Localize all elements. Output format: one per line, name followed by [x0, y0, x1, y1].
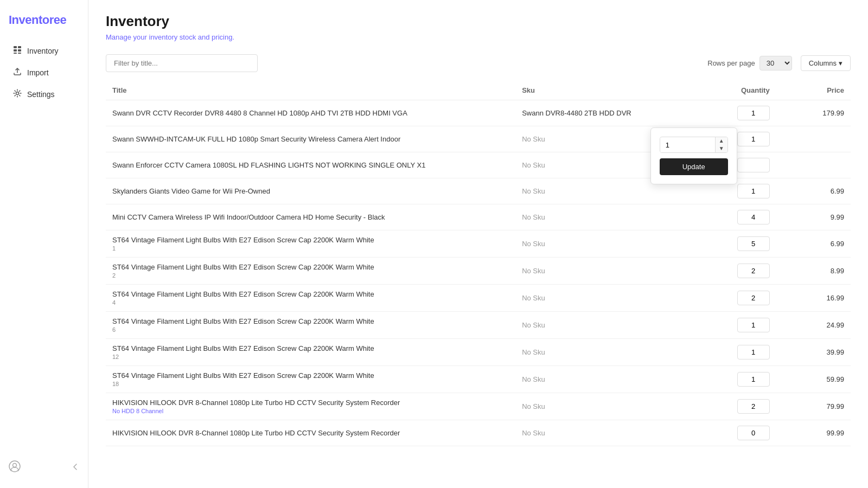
- cell-title: Mini CCTV Camera Wireless IP Wifi Indoor…: [106, 204, 515, 230]
- price-value: 24.99: [826, 321, 844, 329]
- cell-title: ST64 Vintage Filament Light Bulbs With E…: [106, 258, 515, 285]
- cell-title: ST64 Vintage Filament Light Bulbs With E…: [106, 312, 515, 339]
- table-row: HIKVISION HILOOK DVR 8-Channel 1080p Lit…: [106, 393, 851, 420]
- cell-price: 24.99: [776, 312, 851, 339]
- price-value: 9.99: [831, 213, 844, 221]
- item-title: ST64 Vintage Filament Light Bulbs With E…: [112, 290, 509, 298]
- quantity-input[interactable]: [737, 318, 770, 332]
- svg-rect-2: [14, 49, 17, 52]
- cell-quantity: [701, 285, 776, 312]
- cell-price: 6.99: [776, 230, 851, 258]
- sidebar-bottom: [0, 456, 88, 479]
- cell-title: HIKVISION HILOOK DVR 8-Channel 1080p Lit…: [106, 393, 515, 420]
- quantity-input[interactable]: [737, 158, 770, 172]
- item-title: HIKVISION HILOOK DVR 8-Channel 1080p Lit…: [112, 429, 509, 437]
- columns-button[interactable]: Columns ▾: [801, 55, 851, 71]
- cell-quantity: [701, 366, 776, 393]
- item-sub: 12: [112, 354, 509, 360]
- cell-price: 9.99: [776, 204, 851, 230]
- cell-price: [776, 152, 851, 178]
- popup-quantity-input[interactable]: [660, 138, 715, 152]
- sku-value: Swann DVR8-4480 2TB HDD DVR: [522, 109, 631, 117]
- cell-sku: Swann DVR8-4480 2TB HDD DVR: [515, 100, 701, 126]
- svg-rect-3: [18, 49, 21, 52]
- quantity-input[interactable]: [737, 372, 770, 387]
- item-title: Swann DVR CCTV Recorder DVR8 4480 8 Chan…: [112, 109, 509, 117]
- quantity-input[interactable]: [737, 291, 770, 305]
- sidebar-item-import[interactable]: Import: [4, 62, 84, 84]
- update-button[interactable]: Update: [660, 158, 728, 175]
- columns-button-label: Columns: [809, 59, 837, 67]
- cell-price: 179.99: [776, 100, 851, 126]
- cell-sku: No Sku: [515, 393, 701, 420]
- sidebar-nav: Inventory Import Settings: [0, 40, 88, 456]
- cell-quantity: ▲ ▼ Update: [701, 126, 776, 152]
- price-value: 6.99: [831, 240, 844, 248]
- chevron-down-icon: ▾: [839, 59, 843, 67]
- quantity-input[interactable]: [737, 210, 770, 224]
- quantity-input[interactable]: [737, 264, 770, 278]
- sku-value: No Sku: [522, 267, 545, 275]
- cell-quantity: [701, 312, 776, 339]
- col-header-quantity: Quantity: [701, 81, 776, 100]
- cell-title: Swann DVR CCTV Recorder DVR8 4480 8 Chan…: [106, 100, 515, 126]
- table-row: ST64 Vintage Filament Light Bulbs With E…: [106, 285, 851, 312]
- quantity-input[interactable]: [737, 132, 770, 146]
- svg-rect-5: [18, 53, 21, 54]
- cell-sku: No Sku: [515, 366, 701, 393]
- item-sub: 6: [112, 326, 509, 333]
- cell-price: 8.99: [776, 258, 851, 285]
- svg-point-8: [13, 464, 17, 467]
- cell-quantity: [701, 230, 776, 258]
- item-title: ST64 Vintage Filament Light Bulbs With E…: [112, 371, 509, 380]
- quantity-input[interactable]: [737, 236, 770, 251]
- cell-sku: No Sku: [515, 230, 701, 258]
- cell-title: ST64 Vintage Filament Light Bulbs With E…: [106, 230, 515, 258]
- table-row: Swann Enforcer CCTV Camera 1080SL HD FLA…: [106, 152, 851, 178]
- cell-price: 59.99: [776, 366, 851, 393]
- cell-sku: No Sku: [515, 312, 701, 339]
- price-value: 16.99: [826, 294, 844, 302]
- svg-rect-4: [14, 53, 17, 54]
- item-sub: 2: [112, 272, 509, 279]
- toolbar: Rows per page 30 50 100 Columns ▾: [106, 54, 851, 72]
- item-title: ST64 Vintage Filament Light Bulbs With E…: [112, 317, 509, 325]
- item-title: ST64 Vintage Filament Light Bulbs With E…: [112, 344, 509, 352]
- cell-sku: No Sku: [515, 420, 701, 446]
- sidebar: Inventoree Inventory: [0, 0, 88, 488]
- sku-value: No Sku: [522, 375, 545, 383]
- cell-quantity: [701, 258, 776, 285]
- cell-price: 99.99: [776, 420, 851, 446]
- quantity-input[interactable]: [737, 345, 770, 359]
- cell-quantity: [701, 204, 776, 230]
- sku-value: No Sku: [522, 294, 545, 302]
- quantity-input[interactable]: [737, 426, 770, 440]
- cell-title: Swann SWWHD-INTCAM-UK FULL HD 1080p Smar…: [106, 126, 515, 152]
- sku-value: No Sku: [522, 161, 545, 169]
- cell-sku: No Sku: [515, 339, 701, 366]
- filter-input[interactable]: [106, 54, 258, 72]
- sidebar-item-settings[interactable]: Settings: [4, 84, 84, 105]
- svg-rect-0: [14, 46, 17, 48]
- sidebar-item-inventory[interactable]: Inventory: [4, 40, 84, 62]
- item-title: Swann Enforcer CCTV Camera 1080SL HD FLA…: [112, 161, 509, 169]
- cell-quantity: [701, 100, 776, 126]
- page-subtitle: Manage your inventory stock and pricing.: [106, 33, 851, 41]
- table-row: Mini CCTV Camera Wireless IP Wifi Indoor…: [106, 204, 851, 230]
- price-value: 99.99: [826, 429, 844, 437]
- item-sub: No HDD 8 Channel: [112, 408, 509, 414]
- item-sub: 1: [112, 245, 509, 252]
- spinner-down-button[interactable]: ▼: [716, 145, 727, 152]
- page-title: Inventory: [106, 13, 851, 30]
- spinner-up-button[interactable]: ▲: [716, 137, 727, 145]
- sidebar-item-settings-label: Settings: [27, 90, 55, 99]
- table-row: Skylanders Giants Video Game for Wii Pre…: [106, 178, 851, 204]
- cell-title: Skylanders Giants Video Game for Wii Pre…: [106, 178, 515, 204]
- rows-per-page-select[interactable]: 30 50 100: [760, 56, 792, 70]
- quantity-input[interactable]: [737, 399, 770, 414]
- collapse-sidebar-icon[interactable]: [72, 463, 79, 472]
- user-avatar-icon[interactable]: [9, 460, 21, 475]
- quantity-input[interactable]: [737, 184, 770, 198]
- app-logo: Inventoree: [0, 9, 88, 40]
- quantity-input[interactable]: [737, 106, 770, 120]
